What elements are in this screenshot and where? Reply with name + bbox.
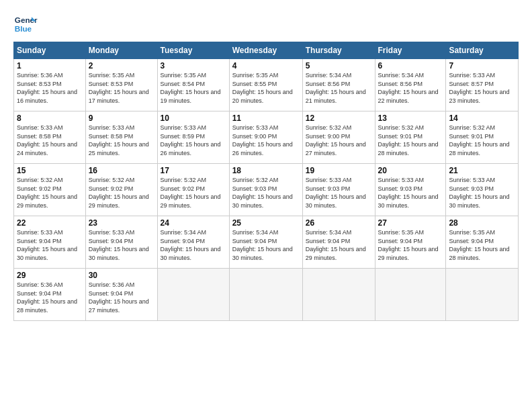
day-cell: 28Sunrise: 5:35 AMSunset: 9:04 PMDayligh…: [446, 216, 519, 269]
day-number: 23: [89, 218, 154, 228]
day-cell: 8Sunrise: 5:33 AMSunset: 8:58 PMDaylight…: [14, 111, 86, 164]
day-info: Sunrise: 5:34 AMSunset: 8:56 PMDaylight:…: [306, 71, 372, 105]
day-number: 13: [378, 113, 443, 123]
day-cell: 29Sunrise: 5:36 AMSunset: 9:04 PMDayligh…: [14, 269, 86, 321]
empty-cell: [446, 269, 519, 321]
day-number: 2: [89, 61, 154, 71]
day-info: Sunrise: 5:35 AMSunset: 9:04 PMDaylight:…: [378, 228, 443, 262]
day-number: 6: [378, 61, 443, 71]
day-info: Sunrise: 5:32 AMSunset: 9:02 PMDaylight:…: [161, 176, 226, 210]
day-number: 3: [161, 61, 226, 71]
day-info: Sunrise: 5:33 AMSunset: 9:03 PMDaylight:…: [378, 176, 443, 210]
day-info: Sunrise: 5:33 AMSunset: 9:03 PMDaylight:…: [449, 176, 515, 210]
day-cell: 22Sunrise: 5:33 AMSunset: 9:04 PMDayligh…: [14, 216, 86, 269]
day-info: Sunrise: 5:32 AMSunset: 9:00 PMDaylight:…: [306, 124, 372, 157]
day-number: 20: [378, 166, 443, 175]
empty-cell: [229, 269, 302, 321]
day-info: Sunrise: 5:33 AMSunset: 8:58 PMDaylight:…: [89, 124, 154, 157]
day-cell: 2Sunrise: 5:35 AMSunset: 8:53 PMDaylight…: [85, 59, 157, 111]
day-info: Sunrise: 5:33 AMSunset: 8:59 PMDaylight:…: [161, 124, 226, 157]
page: General Blue SundayMondayTuesdayWednesda…: [0, 0, 532, 411]
day-number: 18: [232, 166, 300, 175]
svg-text:Blue: Blue: [15, 24, 32, 33]
day-cell: 26Sunrise: 5:34 AMSunset: 9:04 PMDayligh…: [302, 216, 375, 269]
day-number: 4: [232, 61, 300, 71]
day-info: Sunrise: 5:33 AMSunset: 9:00 PMDaylight:…: [232, 124, 300, 157]
header: General Blue: [13, 12, 519, 36]
day-number: 30: [89, 271, 154, 280]
day-info: Sunrise: 5:32 AMSunset: 9:02 PMDaylight:…: [89, 176, 154, 210]
empty-cell: [157, 269, 229, 321]
day-cell: 19Sunrise: 5:33 AMSunset: 9:03 PMDayligh…: [302, 164, 375, 216]
day-number: 12: [306, 113, 372, 123]
day-info: Sunrise: 5:34 AMSunset: 9:04 PMDaylight:…: [232, 228, 300, 262]
day-info: Sunrise: 5:32 AMSunset: 9:02 PMDaylight:…: [17, 176, 83, 210]
day-number: 7: [449, 61, 515, 71]
day-info: Sunrise: 5:34 AMSunset: 9:04 PMDaylight:…: [161, 228, 226, 262]
day-info: Sunrise: 5:32 AMSunset: 9:01 PMDaylight:…: [449, 124, 515, 157]
day-number: 28: [449, 218, 515, 228]
day-number: 11: [232, 113, 300, 123]
day-cell: 1Sunrise: 5:36 AMSunset: 8:53 PMDaylight…: [14, 59, 86, 111]
day-cell: 15Sunrise: 5:32 AMSunset: 9:02 PMDayligh…: [14, 164, 86, 216]
calendar-week-row: 22Sunrise: 5:33 AMSunset: 9:04 PMDayligh…: [14, 216, 519, 269]
day-info: Sunrise: 5:35 AMSunset: 8:53 PMDaylight:…: [89, 71, 154, 105]
day-cell: 21Sunrise: 5:33 AMSunset: 9:03 PMDayligh…: [446, 164, 519, 216]
day-cell: 20Sunrise: 5:33 AMSunset: 9:03 PMDayligh…: [375, 164, 446, 216]
day-cell: 14Sunrise: 5:32 AMSunset: 9:01 PMDayligh…: [446, 111, 519, 164]
day-info: Sunrise: 5:33 AMSunset: 9:04 PMDaylight:…: [17, 228, 83, 262]
calendar-week-row: 15Sunrise: 5:32 AMSunset: 9:02 PMDayligh…: [14, 164, 519, 216]
day-info: Sunrise: 5:35 AMSunset: 8:54 PMDaylight:…: [161, 71, 226, 105]
empty-cell: [302, 269, 375, 321]
weekday-header-row: SundayMondayTuesdayWednesdayThursdayFrid…: [14, 42, 519, 59]
day-info: Sunrise: 5:34 AMSunset: 8:56 PMDaylight:…: [378, 71, 443, 105]
day-cell: 25Sunrise: 5:34 AMSunset: 9:04 PMDayligh…: [229, 216, 302, 269]
day-number: 8: [17, 113, 83, 123]
day-number: 25: [232, 218, 300, 228]
day-cell: 23Sunrise: 5:33 AMSunset: 9:04 PMDayligh…: [85, 216, 157, 269]
day-cell: 18Sunrise: 5:32 AMSunset: 9:03 PMDayligh…: [229, 164, 302, 216]
day-cell: 24Sunrise: 5:34 AMSunset: 9:04 PMDayligh…: [157, 216, 229, 269]
day-info: Sunrise: 5:36 AMSunset: 8:53 PMDaylight:…: [17, 71, 83, 105]
calendar-table: SundayMondayTuesdayWednesdayThursdayFrid…: [13, 42, 519, 321]
calendar-week-row: 1Sunrise: 5:36 AMSunset: 8:53 PMDaylight…: [14, 59, 519, 111]
calendar-week-row: 29Sunrise: 5:36 AMSunset: 9:04 PMDayligh…: [14, 269, 519, 321]
day-info: Sunrise: 5:34 AMSunset: 9:04 PMDaylight:…: [306, 228, 372, 262]
day-cell: 12Sunrise: 5:32 AMSunset: 9:00 PMDayligh…: [302, 111, 375, 164]
calendar-week-row: 8Sunrise: 5:33 AMSunset: 8:58 PMDaylight…: [14, 111, 519, 164]
day-cell: 6Sunrise: 5:34 AMSunset: 8:56 PMDaylight…: [375, 59, 446, 111]
day-info: Sunrise: 5:32 AMSunset: 9:01 PMDaylight:…: [378, 124, 443, 157]
day-info: Sunrise: 5:35 AMSunset: 8:55 PMDaylight:…: [232, 71, 300, 105]
day-info: Sunrise: 5:35 AMSunset: 9:04 PMDaylight:…: [449, 228, 515, 262]
weekday-header: Wednesday: [229, 42, 302, 59]
day-info: Sunrise: 5:32 AMSunset: 9:03 PMDaylight:…: [232, 176, 300, 210]
day-number: 16: [89, 166, 154, 175]
weekday-header: Tuesday: [157, 42, 229, 59]
day-number: 22: [17, 218, 83, 228]
day-number: 17: [161, 166, 226, 175]
day-number: 10: [161, 113, 226, 123]
logo: General Blue: [13, 12, 38, 36]
day-info: Sunrise: 5:33 AMSunset: 9:03 PMDaylight:…: [306, 176, 372, 210]
day-number: 15: [17, 166, 83, 175]
day-number: 5: [306, 61, 372, 71]
day-cell: 3Sunrise: 5:35 AMSunset: 8:54 PMDaylight…: [157, 59, 229, 111]
day-number: 14: [449, 113, 515, 123]
day-cell: 30Sunrise: 5:36 AMSunset: 9:04 PMDayligh…: [85, 269, 157, 321]
empty-cell: [375, 269, 446, 321]
day-cell: 17Sunrise: 5:32 AMSunset: 9:02 PMDayligh…: [157, 164, 229, 216]
day-number: 29: [17, 271, 83, 280]
day-info: Sunrise: 5:33 AMSunset: 8:58 PMDaylight:…: [17, 124, 83, 157]
day-cell: 16Sunrise: 5:32 AMSunset: 9:02 PMDayligh…: [85, 164, 157, 216]
weekday-header: Thursday: [302, 42, 375, 59]
day-cell: 7Sunrise: 5:33 AMSunset: 8:57 PMDaylight…: [446, 59, 519, 111]
day-cell: 27Sunrise: 5:35 AMSunset: 9:04 PMDayligh…: [375, 216, 446, 269]
day-info: Sunrise: 5:33 AMSunset: 9:04 PMDaylight:…: [89, 228, 154, 262]
day-number: 1: [17, 61, 83, 71]
day-number: 26: [306, 218, 372, 228]
weekday-header: Friday: [375, 42, 446, 59]
day-info: Sunrise: 5:33 AMSunset: 8:57 PMDaylight:…: [449, 71, 515, 105]
weekday-header: Saturday: [446, 42, 519, 59]
day-number: 21: [449, 166, 515, 175]
day-cell: 5Sunrise: 5:34 AMSunset: 8:56 PMDaylight…: [302, 59, 375, 111]
